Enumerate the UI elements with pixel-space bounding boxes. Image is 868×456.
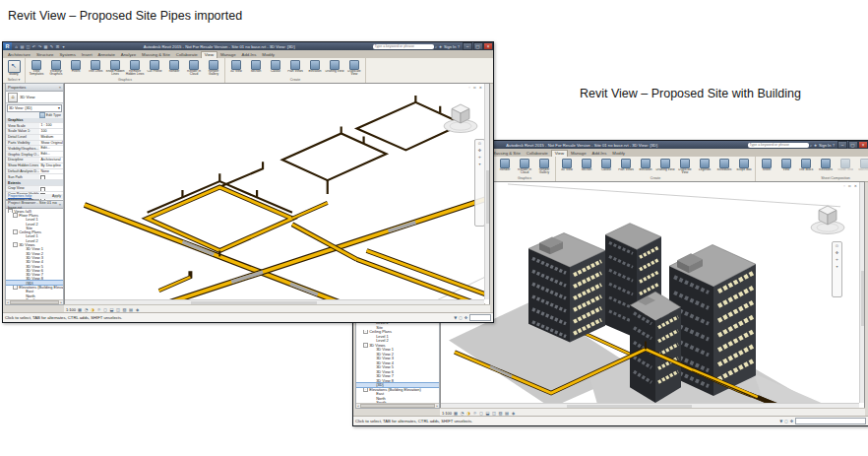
help-icon[interactable]: ? <box>458 44 460 49</box>
browser-scrollbar[interactable]: ◂▸ <box>6 299 63 305</box>
mdi-window-controls[interactable]: – ▫ × <box>468 85 483 90</box>
search-input[interactable] <box>373 44 434 49</box>
ribbon-button[interactable]: Schedules <box>714 158 734 171</box>
tree-expand-icon[interactable]: - <box>363 343 368 348</box>
viewport-vscrollbar[interactable] <box>859 182 864 403</box>
favorites-icon[interactable]: ★ <box>814 143 818 148</box>
apply-button[interactable]: Apply <box>52 194 61 198</box>
ribbon-button[interactable]: Render Gallery <box>534 158 554 174</box>
ribbon-button[interactable]: Plan Views <box>616 158 636 171</box>
ribbon-button[interactable]: Title Block <box>796 158 816 171</box>
favorites-icon[interactable]: ★ <box>439 44 443 49</box>
filter-icon[interactable]: ▼ <box>454 315 457 320</box>
3d-view-icon[interactable]: ⊞ <box>55 44 60 49</box>
crop-view-icon[interactable]: ◻ <box>479 411 484 416</box>
sign-in-button[interactable]: Sign In <box>444 44 456 49</box>
ribbon-tab[interactable]: View <box>201 51 217 59</box>
editable-only-icon[interactable]: ◻ <box>459 315 462 320</box>
ribbon-button[interactable]: Elevation <box>636 158 655 171</box>
viewport-3d-pipes[interactable]: – ▫ × ⊙✥+▾ <box>64 83 490 305</box>
ribbon-button[interactable]: View <box>776 158 796 171</box>
ribbon-button[interactable]: Render Gallery <box>204 59 223 76</box>
tree-expand-icon[interactable]: - <box>13 285 18 289</box>
type-selector[interactable]: 3D View: {3D}▾ <box>7 104 62 112</box>
scale-label[interactable]: 1:100 <box>66 307 76 312</box>
tree-expand-icon[interactable]: - <box>363 330 368 335</box>
zoom-in-icon[interactable]: + <box>478 155 481 160</box>
ribbon-button[interactable]: Matchline <box>855 158 868 171</box>
navigation-bar[interactable]: ⊙✥+▾ <box>832 241 842 297</box>
ribbon-button[interactable]: Show Hidden Lines <box>105 59 125 76</box>
redo-icon[interactable]: ↷ <box>37 44 42 49</box>
drag-elements-icon[interactable]: ✥ <box>465 315 467 320</box>
ribbon-button[interactable]: Remove Hidden Lines <box>125 59 145 76</box>
viewport-vscrollbar[interactable] <box>484 84 489 299</box>
drag-elements-icon[interactable]: ✥ <box>790 419 793 423</box>
revit-window-site-pipes[interactable]: R ⌂▤◫↶↷▦✎⊞▾ Autodesk Revit 2015 - Not Fo… <box>2 41 494 323</box>
browser-scrollbar[interactable]: ◂▸ <box>356 403 439 409</box>
ribbon-button[interactable]: Legends <box>695 158 714 171</box>
detail-level-icon[interactable]: ▤ <box>129 307 134 312</box>
pan-icon[interactable]: ✥ <box>836 250 838 255</box>
temporary-hide-isolate-icon[interactable]: ◫ <box>492 411 497 416</box>
ribbon-button[interactable]: Sheet <box>757 158 776 171</box>
ribbon-button[interactable]: Plan Views <box>285 59 305 73</box>
navbar-more-icon[interactable]: ▾ <box>836 264 837 269</box>
modify-icon[interactable]: ✎ <box>49 44 54 49</box>
ribbon-button[interactable]: Callout <box>596 158 616 171</box>
show-crop-region-icon[interactable]: ⬓ <box>485 411 490 416</box>
ribbon-button[interactable]: Section <box>246 59 266 73</box>
home-icon[interactable]: ⌂ <box>14 44 19 49</box>
rendering-icon[interactable]: ☼ <box>472 411 477 416</box>
ribbon-button[interactable]: Render in Cloud <box>515 158 534 174</box>
ribbon-button[interactable]: Render in Cloud <box>184 59 204 76</box>
ribbon-button[interactable]: Section <box>577 158 596 171</box>
sun-path-icon[interactable]: ◔ <box>84 307 89 312</box>
close-button[interactable]: × <box>483 42 493 50</box>
close-button[interactable]: × <box>858 141 868 149</box>
close-icon[interactable]: × <box>59 202 61 207</box>
show-crop-region-icon[interactable]: ⬓ <box>109 307 114 312</box>
ribbon-button[interactable]: Callout <box>266 59 285 73</box>
undo-icon[interactable]: ↶ <box>31 44 36 49</box>
navbar-more-icon[interactable]: ▾ <box>478 162 480 166</box>
ribbon-tab[interactable]: View <box>551 150 568 158</box>
viewcube[interactable] <box>808 198 847 237</box>
save-icon[interactable]: ◫ <box>26 44 31 49</box>
ribbon-button[interactable]: Drafting View <box>325 59 344 73</box>
ribbon-button[interactable]: Duplicate View <box>675 158 695 174</box>
minimize-button[interactable]: – <box>463 42 472 50</box>
search-input[interactable] <box>748 143 809 148</box>
ribbon-button[interactable]: Elevation <box>305 59 325 73</box>
ribbon-button[interactable]: Filters <box>66 59 86 73</box>
crop-view-icon[interactable]: ◻ <box>103 307 108 312</box>
analytical-model-icon[interactable]: ◈ <box>135 307 140 312</box>
ribbon-button[interactable]: Thin Lines <box>86 59 105 73</box>
ribbon-button[interactable]: Drafting View <box>655 158 675 171</box>
properties-help-link[interactable]: Properties help <box>8 194 31 198</box>
tree-expand-icon[interactable]: - <box>13 229 18 233</box>
shadows-icon[interactable]: ◑ <box>91 307 95 312</box>
tree-expand-icon[interactable]: - <box>13 242 18 246</box>
search-icon[interactable]: ⌕ <box>810 143 812 148</box>
quick-access-toolbar[interactable]: ⌂▤◫↶↷▦✎⊞▾ <box>14 44 66 49</box>
tree-item[interactable]: - Elevations (Building Elevation) <box>6 285 63 289</box>
close-icon[interactable]: × <box>59 85 61 90</box>
ribbon-button[interactable]: Revisions <box>816 158 836 171</box>
tree-expand-icon[interactable]: - <box>363 387 368 392</box>
pan-icon[interactable]: ✥ <box>478 148 481 153</box>
ribbon-button[interactable]: 3D View <box>557 158 577 171</box>
ribbon-button[interactable]: 3D View <box>226 59 246 73</box>
filter-icon[interactable]: ▼ <box>779 419 782 423</box>
print-icon[interactable]: ▦ <box>43 44 48 49</box>
maximize-button[interactable]: ▢ <box>473 42 483 50</box>
detail-level-icon[interactable]: ▤ <box>505 411 510 416</box>
zoom-in-icon[interactable]: + <box>836 257 838 262</box>
modify-button[interactable]: ↖ Modify <box>4 59 24 76</box>
ribbon-button[interactable]: Scope Box <box>734 158 754 171</box>
tree-expand-icon[interactable]: - <box>13 213 18 217</box>
sun-path-icon[interactable]: ◔ <box>460 411 465 416</box>
reveal-hidden-elements-icon[interactable]: ▧ <box>122 307 127 312</box>
revit-logo[interactable]: R <box>3 42 12 50</box>
sign-in-button[interactable]: Sign In <box>819 143 831 148</box>
